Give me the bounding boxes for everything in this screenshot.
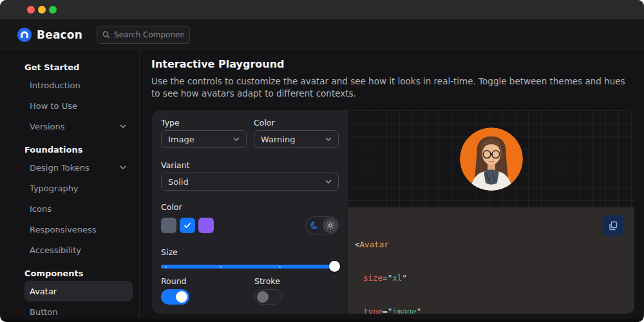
minimize-window-button[interactable] (38, 6, 46, 14)
swatch-purple[interactable] (198, 218, 214, 233)
zoom-window-button[interactable] (49, 6, 57, 14)
type-dropdown-value: Image (168, 135, 194, 144)
check-icon (184, 222, 191, 229)
app-header: Beacon (0, 19, 644, 50)
size-slider-thumb[interactable] (329, 261, 340, 272)
type-label: Type (161, 118, 180, 128)
sun-icon[interactable] (323, 218, 338, 233)
search-icon (102, 31, 110, 39)
swatch-group-label: Color (161, 202, 182, 212)
chevron-down-icon (233, 137, 240, 141)
sidebar-section-components: Components Avatar Button (0, 265, 139, 319)
brand: Beacon (17, 28, 82, 42)
round-toggle[interactable] (161, 289, 189, 305)
swatch-blue-selected[interactable] (180, 218, 195, 233)
variant-label: Variant (161, 160, 189, 170)
theme-toggle[interactable] (305, 216, 339, 234)
sidebar-section-title: Foundations (0, 142, 139, 157)
color-select-label: Color (254, 118, 275, 128)
sidebar-item-icons[interactable]: Icons (24, 198, 133, 219)
color-dropdown-value: Warning (261, 135, 295, 144)
sidebar: Get Started Introduction How to Use Vers… (0, 51, 140, 319)
round-toggle-knob (176, 291, 187, 303)
search-input[interactable] (114, 30, 184, 39)
avatar-code-snippet: <Avatar size="xl" type="image" color="wa… (355, 217, 627, 314)
main-content: Interactive Playground Use the controls … (140, 51, 644, 319)
sidebar-item-introduction[interactable]: Introduction (24, 75, 133, 95)
search-box[interactable] (97, 26, 190, 44)
avatar-preview-area (348, 110, 634, 207)
window-bottom-edge (0, 319, 644, 322)
swatch-gray[interactable] (161, 218, 176, 233)
chevron-down-icon (120, 166, 126, 169)
stroke-label: Stroke (254, 276, 280, 286)
beacon-logo-icon (17, 28, 32, 42)
page-title: Interactive Playground (151, 58, 285, 70)
variant-dropdown-value: Solid (168, 177, 189, 187)
page-description: Use the controls to customize the avatar… (151, 75, 636, 100)
variant-dropdown[interactable]: Solid (161, 173, 339, 191)
slider-tick (279, 266, 281, 268)
sidebar-item-how-to-use[interactable]: How to Use (24, 95, 133, 116)
type-dropdown[interactable]: Image (161, 130, 247, 148)
chevron-down-icon (120, 124, 126, 128)
slider-tick (165, 266, 167, 268)
size-label: Size (161, 247, 178, 257)
close-window-button[interactable] (27, 6, 35, 14)
copy-icon (609, 221, 618, 231)
playground-card: Type Color Image Warning Variant Solid (152, 110, 634, 314)
color-dropdown[interactable]: Warning (254, 130, 339, 148)
code-block: <Avatar size="xl" type="image" color="wa… (348, 207, 634, 314)
stroke-toggle[interactable] (254, 289, 283, 305)
sidebar-item-typography[interactable]: Typography (24, 178, 133, 198)
sidebar-section-title: Get Started (0, 59, 139, 75)
controls-panel: Type Color Image Warning Variant Solid (152, 110, 348, 314)
sidebar-item-versions[interactable]: Versions (24, 116, 133, 137)
size-slider[interactable] (161, 261, 339, 272)
stroke-toggle-knob (257, 291, 269, 303)
sidebar-item-avatar[interactable]: Avatar (24, 281, 133, 301)
app-window: Beacon Get Started Introduction How to U… (0, 0, 644, 322)
round-label: Round (161, 276, 187, 286)
title-bar (0, 0, 644, 19)
sidebar-item-responsiveness[interactable]: Responsiveness (24, 219, 133, 240)
sidebar-item-accessibility[interactable]: Accessibility (24, 240, 133, 260)
sidebar-section-title: Components (0, 265, 139, 281)
sidebar-section-foundations: Foundations Design Tokens Typography Ico… (0, 142, 139, 260)
size-slider-track[interactable] (161, 265, 339, 269)
moon-icon[interactable] (307, 218, 323, 233)
chevron-down-icon (325, 180, 332, 184)
sidebar-section-get-started: Get Started Introduction How to Use Vers… (0, 59, 139, 137)
copy-code-button[interactable] (603, 215, 623, 236)
sidebar-item-design-tokens[interactable]: Design Tokens (24, 157, 133, 178)
avatar-image (460, 128, 523, 191)
chevron-down-icon (325, 137, 332, 141)
brand-name: Beacon (37, 28, 82, 41)
sidebar-item-button[interactable]: Button (24, 301, 133, 319)
